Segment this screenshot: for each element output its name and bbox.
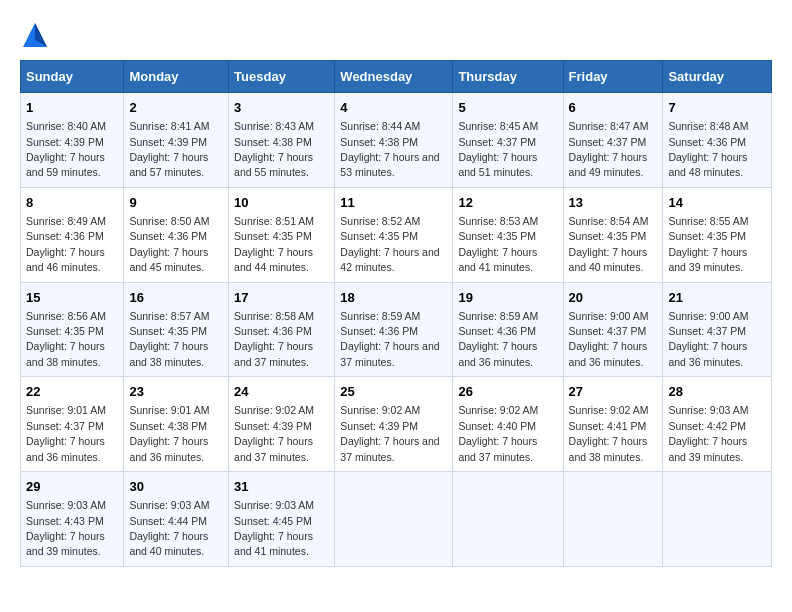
week-row-1: 1Sunrise: 8:40 AMSunset: 4:39 PMDaylight… [21, 93, 772, 188]
calendar-cell [335, 472, 453, 567]
cell-info: Sunrise: 9:03 AMSunset: 4:45 PMDaylight:… [234, 499, 314, 557]
cell-info: Sunrise: 8:58 AMSunset: 4:36 PMDaylight:… [234, 310, 314, 368]
day-number: 6 [569, 99, 658, 117]
calendar-cell: 31Sunrise: 9:03 AMSunset: 4:45 PMDayligh… [229, 472, 335, 567]
week-row-3: 15Sunrise: 8:56 AMSunset: 4:35 PMDayligh… [21, 282, 772, 377]
calendar-cell: 2Sunrise: 8:41 AMSunset: 4:39 PMDaylight… [124, 93, 229, 188]
cell-info: Sunrise: 8:43 AMSunset: 4:38 PMDaylight:… [234, 120, 314, 178]
day-number: 18 [340, 289, 447, 307]
day-number: 15 [26, 289, 118, 307]
cell-info: Sunrise: 8:59 AMSunset: 4:36 PMDaylight:… [340, 310, 439, 368]
day-number: 11 [340, 194, 447, 212]
calendar-cell: 23Sunrise: 9:01 AMSunset: 4:38 PMDayligh… [124, 377, 229, 472]
calendar-cell: 1Sunrise: 8:40 AMSunset: 4:39 PMDaylight… [21, 93, 124, 188]
calendar-cell: 4Sunrise: 8:44 AMSunset: 4:38 PMDaylight… [335, 93, 453, 188]
calendar-table: SundayMondayTuesdayWednesdayThursdayFrid… [20, 60, 772, 567]
calendar-cell: 30Sunrise: 9:03 AMSunset: 4:44 PMDayligh… [124, 472, 229, 567]
calendar-cell [563, 472, 663, 567]
day-number: 4 [340, 99, 447, 117]
day-number: 30 [129, 478, 223, 496]
day-number: 16 [129, 289, 223, 307]
calendar-cell: 13Sunrise: 8:54 AMSunset: 4:35 PMDayligh… [563, 187, 663, 282]
cell-info: Sunrise: 8:53 AMSunset: 4:35 PMDaylight:… [458, 215, 538, 273]
cell-info: Sunrise: 8:57 AMSunset: 4:35 PMDaylight:… [129, 310, 209, 368]
col-header-sunday: Sunday [21, 61, 124, 93]
week-row-4: 22Sunrise: 9:01 AMSunset: 4:37 PMDayligh… [21, 377, 772, 472]
day-number: 19 [458, 289, 557, 307]
header-row: SundayMondayTuesdayWednesdayThursdayFrid… [21, 61, 772, 93]
col-header-saturday: Saturday [663, 61, 772, 93]
day-number: 26 [458, 383, 557, 401]
calendar-cell: 10Sunrise: 8:51 AMSunset: 4:35 PMDayligh… [229, 187, 335, 282]
calendar-cell: 7Sunrise: 8:48 AMSunset: 4:36 PMDaylight… [663, 93, 772, 188]
day-number: 3 [234, 99, 329, 117]
cell-info: Sunrise: 8:49 AMSunset: 4:36 PMDaylight:… [26, 215, 106, 273]
cell-info: Sunrise: 8:55 AMSunset: 4:35 PMDaylight:… [668, 215, 748, 273]
day-number: 23 [129, 383, 223, 401]
col-header-wednesday: Wednesday [335, 61, 453, 93]
day-number: 5 [458, 99, 557, 117]
cell-info: Sunrise: 8:45 AMSunset: 4:37 PMDaylight:… [458, 120, 538, 178]
cell-info: Sunrise: 9:01 AMSunset: 4:37 PMDaylight:… [26, 404, 106, 462]
logo-icon [20, 20, 50, 50]
day-number: 1 [26, 99, 118, 117]
day-number: 13 [569, 194, 658, 212]
calendar-cell: 5Sunrise: 8:45 AMSunset: 4:37 PMDaylight… [453, 93, 563, 188]
calendar-cell: 14Sunrise: 8:55 AMSunset: 4:35 PMDayligh… [663, 187, 772, 282]
cell-info: Sunrise: 9:02 AMSunset: 4:41 PMDaylight:… [569, 404, 649, 462]
cell-info: Sunrise: 9:03 AMSunset: 4:44 PMDaylight:… [129, 499, 209, 557]
calendar-cell: 22Sunrise: 9:01 AMSunset: 4:37 PMDayligh… [21, 377, 124, 472]
day-number: 21 [668, 289, 766, 307]
calendar-cell: 18Sunrise: 8:59 AMSunset: 4:36 PMDayligh… [335, 282, 453, 377]
page-header [20, 20, 772, 50]
day-number: 9 [129, 194, 223, 212]
calendar-cell: 8Sunrise: 8:49 AMSunset: 4:36 PMDaylight… [21, 187, 124, 282]
cell-info: Sunrise: 9:01 AMSunset: 4:38 PMDaylight:… [129, 404, 209, 462]
cell-info: Sunrise: 8:48 AMSunset: 4:36 PMDaylight:… [668, 120, 748, 178]
day-number: 2 [129, 99, 223, 117]
calendar-cell: 21Sunrise: 9:00 AMSunset: 4:37 PMDayligh… [663, 282, 772, 377]
calendar-cell: 12Sunrise: 8:53 AMSunset: 4:35 PMDayligh… [453, 187, 563, 282]
cell-info: Sunrise: 8:44 AMSunset: 4:38 PMDaylight:… [340, 120, 439, 178]
day-number: 29 [26, 478, 118, 496]
day-number: 31 [234, 478, 329, 496]
calendar-cell: 9Sunrise: 8:50 AMSunset: 4:36 PMDaylight… [124, 187, 229, 282]
calendar-cell: 29Sunrise: 9:03 AMSunset: 4:43 PMDayligh… [21, 472, 124, 567]
cell-info: Sunrise: 8:54 AMSunset: 4:35 PMDaylight:… [569, 215, 649, 273]
cell-info: Sunrise: 9:00 AMSunset: 4:37 PMDaylight:… [569, 310, 649, 368]
col-header-thursday: Thursday [453, 61, 563, 93]
cell-info: Sunrise: 8:50 AMSunset: 4:36 PMDaylight:… [129, 215, 209, 273]
day-number: 12 [458, 194, 557, 212]
day-number: 8 [26, 194, 118, 212]
cell-info: Sunrise: 9:02 AMSunset: 4:39 PMDaylight:… [234, 404, 314, 462]
calendar-cell: 16Sunrise: 8:57 AMSunset: 4:35 PMDayligh… [124, 282, 229, 377]
calendar-cell [453, 472, 563, 567]
logo [20, 20, 54, 50]
day-number: 14 [668, 194, 766, 212]
cell-info: Sunrise: 9:00 AMSunset: 4:37 PMDaylight:… [668, 310, 748, 368]
calendar-cell: 26Sunrise: 9:02 AMSunset: 4:40 PMDayligh… [453, 377, 563, 472]
cell-info: Sunrise: 8:59 AMSunset: 4:36 PMDaylight:… [458, 310, 538, 368]
week-row-5: 29Sunrise: 9:03 AMSunset: 4:43 PMDayligh… [21, 472, 772, 567]
cell-info: Sunrise: 8:52 AMSunset: 4:35 PMDaylight:… [340, 215, 439, 273]
day-number: 20 [569, 289, 658, 307]
cell-info: Sunrise: 8:56 AMSunset: 4:35 PMDaylight:… [26, 310, 106, 368]
day-number: 22 [26, 383, 118, 401]
day-number: 24 [234, 383, 329, 401]
calendar-cell: 28Sunrise: 9:03 AMSunset: 4:42 PMDayligh… [663, 377, 772, 472]
calendar-cell: 25Sunrise: 9:02 AMSunset: 4:39 PMDayligh… [335, 377, 453, 472]
calendar-cell: 24Sunrise: 9:02 AMSunset: 4:39 PMDayligh… [229, 377, 335, 472]
cell-info: Sunrise: 8:51 AMSunset: 4:35 PMDaylight:… [234, 215, 314, 273]
calendar-cell [663, 472, 772, 567]
calendar-cell: 6Sunrise: 8:47 AMSunset: 4:37 PMDaylight… [563, 93, 663, 188]
day-number: 10 [234, 194, 329, 212]
cell-info: Sunrise: 8:47 AMSunset: 4:37 PMDaylight:… [569, 120, 649, 178]
calendar-cell: 19Sunrise: 8:59 AMSunset: 4:36 PMDayligh… [453, 282, 563, 377]
col-header-friday: Friday [563, 61, 663, 93]
cell-info: Sunrise: 8:40 AMSunset: 4:39 PMDaylight:… [26, 120, 106, 178]
day-number: 17 [234, 289, 329, 307]
col-header-tuesday: Tuesday [229, 61, 335, 93]
cell-info: Sunrise: 8:41 AMSunset: 4:39 PMDaylight:… [129, 120, 209, 178]
cell-info: Sunrise: 9:03 AMSunset: 4:43 PMDaylight:… [26, 499, 106, 557]
day-number: 27 [569, 383, 658, 401]
